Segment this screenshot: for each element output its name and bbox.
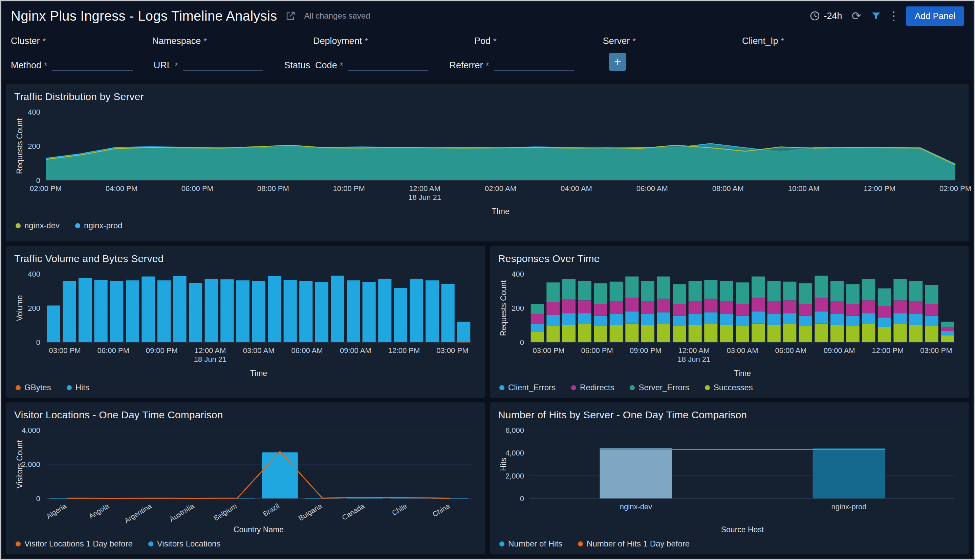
svg-text:03:00 PM: 03:00 PM — [533, 346, 565, 355]
kebab-menu-icon[interactable]: ⋮ — [890, 9, 897, 23]
svg-text:03:00 AM: 03:00 AM — [727, 346, 758, 355]
topbar: Nginx Plus Ingress - Logs Timeline Analy… — [2, 2, 973, 30]
panel-title: Visitor Locations - One Day Time Compari… — [14, 409, 478, 421]
legend-dot — [67, 385, 72, 390]
legend-item[interactable]: nginx-prod — [75, 221, 122, 230]
legend-label: Hits — [75, 383, 89, 392]
filter-url-input[interactable] — [183, 58, 263, 71]
traffic-distribution-chart[interactable]: 0200400Requests Count02:00 PM04:00 PM06:… — [13, 106, 962, 217]
required-marker: * — [632, 37, 636, 46]
filter-icon[interactable] — [871, 10, 881, 21]
legend-label: Successes — [714, 383, 753, 392]
legend-dot — [75, 223, 80, 228]
filter-label: Status_Code — [284, 60, 337, 71]
visitor-locations-chart[interactable]: 02,0004,000Visitors CountAlgeriaAngolaAr… — [13, 424, 478, 536]
legend-dot — [148, 542, 153, 547]
svg-text:0: 0 — [520, 338, 524, 347]
svg-text:2,000: 2,000 — [22, 460, 40, 469]
svg-text:03:00 PM: 03:00 PM — [436, 346, 468, 355]
filter-label: URL — [154, 60, 172, 71]
add-filter-button[interactable]: + — [609, 53, 626, 71]
legend-item[interactable]: Visitors Locations — [148, 539, 221, 548]
svg-text:400: 400 — [28, 270, 40, 278]
panel-visitor-locations: Visitor Locations - One Day Time Compari… — [6, 402, 485, 554]
svg-text:400: 400 — [512, 270, 524, 278]
share-icon[interactable] — [285, 11, 296, 21]
filter-label: Method — [11, 60, 41, 71]
filter-referrer: Referrer* — [449, 58, 574, 71]
dashboard-window: Nginx Plus Ingress - Logs Timeline Analy… — [0, 0, 975, 560]
legend-item[interactable]: Number of Hits — [499, 539, 562, 548]
save-status: All changes saved — [304, 11, 370, 21]
svg-text:06:00 PM: 06:00 PM — [581, 346, 613, 355]
required-marker: * — [43, 37, 46, 46]
svg-text:200: 200 — [28, 304, 40, 312]
panel-traffic-volume: Traffic Volume and Bytes Served 0200400V… — [6, 246, 485, 398]
add-panel-button[interactable]: Add Panel — [906, 7, 964, 26]
legend-dot — [15, 542, 21, 547]
filter-label: Server — [603, 36, 630, 46]
svg-text:Argentina: Argentina — [123, 502, 153, 525]
filter-namespace-input[interactable] — [212, 34, 292, 46]
filter-client_ip-input[interactable] — [789, 34, 870, 46]
chart-legend: nginx-devnginx-prod — [15, 221, 962, 230]
svg-text:Hits: Hits — [499, 458, 508, 471]
legend-item[interactable]: Hits — [67, 383, 89, 392]
svg-text:03:00 PM: 03:00 PM — [49, 346, 81, 355]
svg-text:12:00 PM: 12:00 PM — [388, 346, 420, 355]
panel-responses-over-time: Responses Over Time 0200400Requests Coun… — [490, 246, 969, 398]
svg-text:Requests Count: Requests Count — [499, 280, 508, 336]
svg-text:06:00 AM: 06:00 AM — [291, 346, 323, 355]
filter-deployment-input[interactable] — [373, 34, 453, 46]
refresh-icon[interactable]: ⟳ — [852, 9, 861, 23]
legend-item[interactable]: Number of Hits 1 Day before — [578, 539, 690, 548]
required-marker: * — [365, 37, 368, 46]
svg-text:400: 400 — [28, 108, 40, 116]
legend-dot — [15, 385, 21, 390]
hits-by-server-chart[interactable]: 02,0004,0006,000Hitsnginx-devnginx-prodS… — [497, 424, 962, 536]
legend-item[interactable]: Client_Errors — [499, 383, 555, 392]
legend-item[interactable]: Server_Errors — [630, 383, 689, 392]
svg-text:Brazil: Brazil — [261, 502, 281, 518]
responses-over-time-chart[interactable]: 0200400Requests Count03:00 PM06:00 PM09:… — [497, 268, 962, 379]
filter-cluster-input[interactable] — [50, 34, 131, 46]
legend-label: Number of Hits 1 Day before — [587, 539, 690, 548]
svg-text:Time: Time — [734, 369, 751, 378]
panel-row-3: Visitor Locations - One Day Time Compari… — [6, 402, 969, 554]
svg-text:08:00 PM: 08:00 PM — [257, 184, 289, 193]
svg-text:Requests Count: Requests Count — [15, 118, 24, 174]
required-marker: * — [781, 37, 784, 46]
svg-text:18 Jun 21: 18 Jun 21 — [678, 355, 711, 363]
dashboard-title: Nginx Plus Ingress - Logs Timeline Analy… — [11, 8, 277, 24]
traffic-volume-chart[interactable]: 0200400Volume03:00 PM06:00 PM09:00 PM12:… — [13, 268, 478, 379]
svg-text:06:00 PM: 06:00 PM — [181, 184, 213, 193]
panel-title: Number of Hits by Server - One Day Time … — [498, 409, 962, 421]
legend-label: nginx-dev — [24, 221, 60, 230]
panel-title: Traffic Volume and Bytes Served — [14, 253, 478, 265]
legend-item[interactable]: nginx-dev — [15, 221, 60, 230]
svg-text:Source Host: Source Host — [721, 525, 764, 534]
svg-text:12:00 AM: 12:00 AM — [409, 184, 440, 193]
filter-pod-input[interactable] — [502, 34, 582, 46]
legend-dot — [705, 385, 710, 390]
chart-legend: Visitor Locations 1 Day beforeVisitors L… — [15, 539, 478, 548]
legend-item[interactable]: Redirects — [571, 383, 614, 392]
filter-status_code-input[interactable] — [348, 58, 428, 71]
svg-text:10:00 AM: 10:00 AM — [788, 184, 819, 193]
chart-legend: GBytesHits — [15, 383, 478, 392]
svg-text:09:00 PM: 09:00 PM — [630, 346, 662, 355]
legend-item[interactable]: Successes — [705, 383, 753, 392]
svg-text:12:00 PM: 12:00 PM — [864, 184, 895, 193]
filter-server-input[interactable] — [641, 34, 721, 46]
filter-client_ip: Client_Ip* — [742, 34, 870, 46]
legend-dot — [499, 385, 504, 390]
svg-text:09:00 AM: 09:00 AM — [824, 346, 855, 355]
clock-icon — [809, 10, 820, 21]
legend-item[interactable]: Visitor Locations 1 Day before — [15, 539, 133, 548]
legend-label: Number of Hits — [508, 539, 562, 548]
svg-text:200: 200 — [512, 304, 524, 312]
legend-item[interactable]: GBytes — [15, 383, 51, 392]
time-range-button[interactable]: -24h — [809, 10, 842, 21]
filter-referrer-input[interactable] — [493, 58, 574, 71]
filter-method-input[interactable] — [52, 58, 133, 71]
